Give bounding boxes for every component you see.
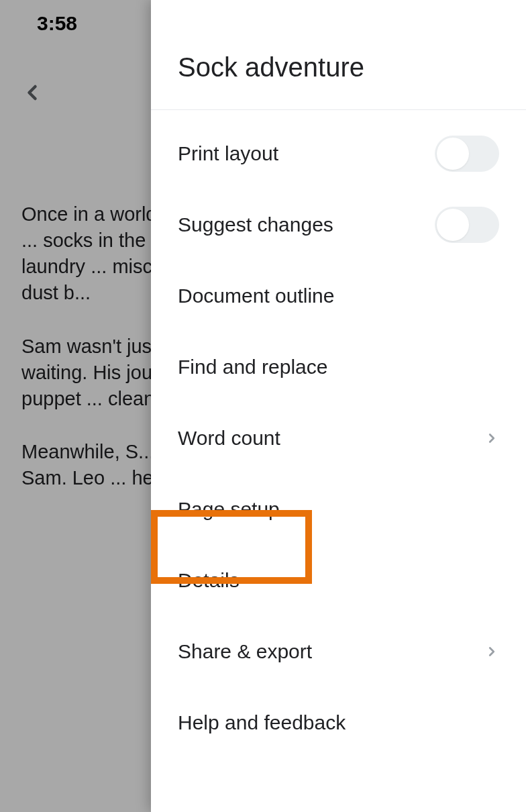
menu-list: Print layout Suggest changes Document ou… xyxy=(151,110,526,758)
chevron-right-icon xyxy=(484,431,499,446)
menu-item-print-layout[interactable]: Print layout xyxy=(151,118,526,189)
status-time: 3:58 xyxy=(37,12,77,35)
menu-item-suggest-changes[interactable]: Suggest changes xyxy=(151,189,526,260)
menu-label: Suggest changes xyxy=(178,213,333,236)
panel-title: Sock adventure xyxy=(178,52,499,83)
menu-item-details[interactable]: Details xyxy=(151,545,526,616)
dimmed-overlay[interactable] xyxy=(0,0,151,812)
menu-item-help-and-feedback[interactable]: Help and feedback xyxy=(151,687,526,758)
toggle-knob xyxy=(437,138,469,170)
menu-label: Page setup xyxy=(178,498,280,521)
menu-item-find-and-replace[interactable]: Find and replace xyxy=(151,332,526,403)
print-layout-toggle[interactable] xyxy=(435,136,499,172)
menu-item-page-setup[interactable]: Page setup xyxy=(151,474,526,545)
toggle-knob xyxy=(437,209,469,241)
menu-item-document-outline[interactable]: Document outline xyxy=(151,260,526,332)
menu-label: Find and replace xyxy=(178,356,327,378)
menu-label: Word count xyxy=(178,427,280,450)
menu-item-word-count[interactable]: Word count xyxy=(151,403,526,474)
menu-item-share-and-export[interactable]: Share & export xyxy=(151,616,526,687)
menu-label: Share & export xyxy=(178,640,312,663)
menu-label: Print layout xyxy=(178,142,278,165)
menu-label: Details xyxy=(178,569,240,592)
menu-label: Help and feedback xyxy=(178,711,346,734)
suggest-changes-toggle[interactable] xyxy=(435,207,499,243)
chevron-right-icon xyxy=(484,644,499,659)
side-panel: Sock adventure Print layout Suggest chan… xyxy=(151,0,526,812)
panel-header: Sock adventure xyxy=(151,0,526,110)
menu-label: Document outline xyxy=(178,285,334,307)
